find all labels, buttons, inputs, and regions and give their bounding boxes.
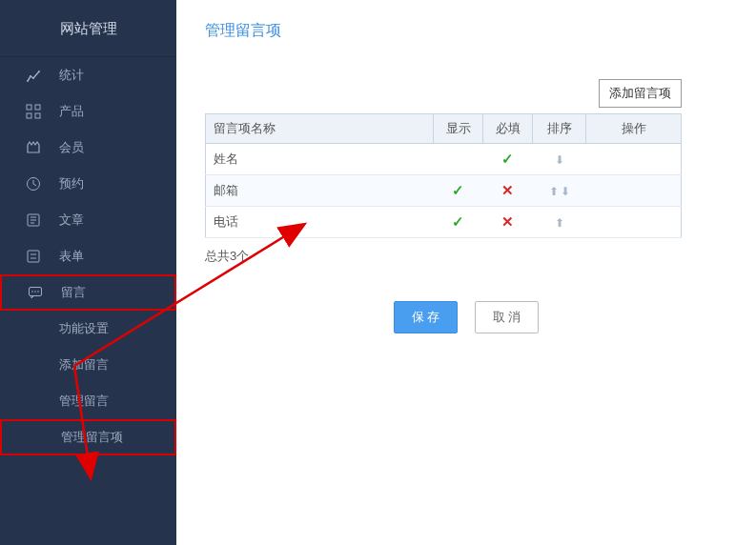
svg-point-3: [38, 71, 40, 72]
col-header-action: 操作: [586, 114, 682, 144]
product-icon: [25, 103, 42, 120]
sidebar-item-label: 统计: [59, 67, 84, 84]
cross-icon: ✕: [501, 213, 514, 230]
sidebar-subitem-manage-message-items[interactable]: 管理留言项: [0, 419, 176, 455]
sidebar-subitem-label: 功能设置: [59, 320, 109, 337]
sidebar-item-booking[interactable]: 预约: [0, 166, 176, 202]
sidebar-subitem-add-message[interactable]: 添加留言: [0, 347, 176, 383]
cell-required: ✕: [483, 207, 533, 238]
svg-point-18: [34, 291, 36, 293]
col-header-sort: 排序: [533, 114, 586, 144]
cell-name: 姓名: [206, 144, 434, 175]
cell-action: [586, 175, 682, 207]
footer-buttons: 保 存 取 消: [176, 301, 756, 333]
cell-sort: ⬆: [533, 207, 586, 238]
arrow-down-icon[interactable]: ⬇: [560, 185, 571, 198]
sidebar-item-article[interactable]: 文章: [0, 202, 176, 238]
toolbar: 添加留言项: [176, 79, 682, 108]
sidebar: 网站管理 统计 产品 会员 预约 文章 表单: [0, 0, 176, 545]
total-count: 总共3个: [205, 248, 756, 265]
member-icon: [25, 139, 42, 156]
cell-required: ✓: [483, 144, 533, 175]
cell-show: ✓: [434, 207, 483, 238]
cell-show: ✓: [434, 175, 483, 207]
sidebar-item-label: 会员: [59, 139, 84, 156]
items-table: 留言项名称 显示 必填 排序 操作 姓名✓⬇邮箱✓✕⬆⬇电话✓✕⬆: [205, 113, 682, 238]
cancel-button[interactable]: 取 消: [475, 301, 540, 333]
sidebar-item-label: 产品: [59, 103, 84, 120]
cell-name: 电话: [206, 207, 434, 238]
add-item-button[interactable]: 添加留言项: [599, 79, 682, 108]
cell-required: ✕: [483, 175, 533, 207]
sidebar-subitem-label: 管理留言项: [61, 429, 123, 446]
col-header-name: 留言项名称: [206, 114, 434, 144]
stats-icon: [25, 67, 42, 84]
sidebar-subitem-label: 管理留言: [59, 393, 109, 410]
svg-point-2: [32, 77, 34, 79]
form-icon: [25, 248, 42, 265]
cross-icon: ✕: [501, 182, 514, 198]
col-header-show: 显示: [434, 114, 483, 144]
col-header-required: 必填: [483, 114, 533, 144]
table-row: 电话✓✕⬆: [206, 207, 682, 238]
cell-show: [434, 144, 483, 175]
sidebar-item-label: 留言: [61, 284, 86, 301]
cell-action: [586, 207, 682, 238]
sidebar-item-label: 表单: [59, 248, 84, 265]
sidebar-subitem-settings[interactable]: 功能设置: [0, 311, 176, 347]
cell-name: 邮箱: [206, 175, 434, 207]
sidebar-title: 网站管理: [0, 0, 176, 57]
arrow-up-icon[interactable]: ⬆: [554, 216, 565, 230]
sidebar-item-message[interactable]: 留言: [0, 274, 176, 311]
svg-point-1: [30, 75, 31, 77]
message-icon: [27, 284, 44, 301]
table-row: 邮箱✓✕⬆⬇: [206, 175, 682, 207]
table-row: 姓名✓⬇: [206, 144, 682, 175]
sidebar-item-product[interactable]: 产品: [0, 93, 176, 130]
table-container: 留言项名称 显示 必填 排序 操作 姓名✓⬇邮箱✓✕⬆⬇电话✓✕⬆: [205, 113, 682, 238]
svg-rect-4: [27, 105, 31, 110]
save-button[interactable]: 保 存: [394, 301, 459, 333]
svg-rect-13: [28, 251, 39, 262]
arrow-up-icon[interactable]: ⬆: [548, 185, 560, 198]
sidebar-subitem-label: 添加留言: [59, 356, 109, 373]
sidebar-item-form[interactable]: 表单: [0, 238, 176, 274]
cell-sort: ⬇: [533, 144, 586, 175]
check-icon: ✓: [452, 182, 464, 198]
sidebar-item-stats[interactable]: 统计: [0, 57, 176, 93]
sidebar-item-label: 文章: [59, 212, 84, 229]
article-icon: [25, 212, 42, 229]
check-icon: ✓: [501, 151, 514, 167]
cell-action: [586, 144, 682, 175]
main-content: 管理留言项 添加留言项 留言项名称 显示 必填 排序 操作 姓名✓⬇邮箱✓✕⬆⬇…: [176, 0, 756, 545]
sidebar-subitem-manage-message[interactable]: 管理留言: [0, 383, 176, 419]
cell-sort: ⬆⬇: [533, 175, 586, 207]
svg-rect-5: [35, 105, 40, 110]
arrow-down-icon[interactable]: ⬇: [554, 153, 565, 167]
sidebar-item-label: 预约: [59, 175, 84, 192]
svg-rect-7: [35, 113, 40, 118]
svg-rect-6: [27, 113, 31, 118]
svg-point-0: [27, 80, 29, 82]
svg-point-17: [31, 291, 33, 293]
booking-icon: [25, 175, 42, 192]
svg-point-19: [37, 291, 39, 293]
sidebar-item-member[interactable]: 会员: [0, 130, 176, 166]
page-title: 管理留言项: [176, 0, 756, 41]
check-icon: ✓: [452, 213, 464, 230]
